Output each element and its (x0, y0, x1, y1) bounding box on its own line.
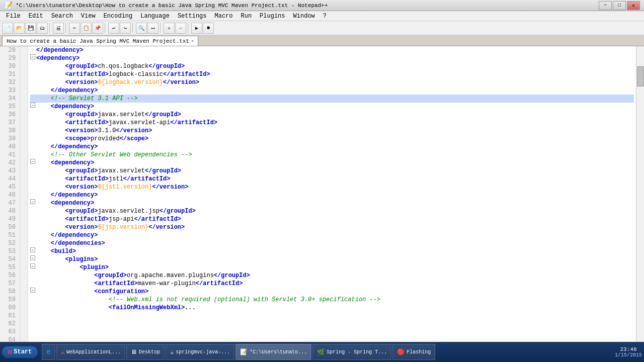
code-line-53: <artifactId>jsp-api</artifactId> (30, 215, 634, 223)
taskbar-webapp[interactable]: ☕ WebApplicationL... (56, 344, 125, 360)
taskbar-springmvc[interactable]: ☕ springmvc-java-... (166, 344, 234, 360)
taskbar-chrome[interactable]: 🔴 Flashing (392, 344, 435, 360)
code-line-41: <scope>provided</scope> (30, 135, 634, 143)
fold-margin (20, 46, 28, 351)
system-clock[interactable]: 23:46 1/15/2015 (615, 346, 642, 358)
minimize-button[interactable]: − (599, 1, 612, 10)
menu-language[interactable]: Language (136, 11, 174, 21)
code-line-51: − <dependency> (30, 199, 634, 207)
code-line-34: </dependency> (30, 86, 634, 95)
menu-macro[interactable]: Macro (210, 11, 236, 21)
code-line-62: <groupId>org.apache.maven.plugins</group… (30, 272, 634, 280)
tab-label: How to create a basic Java Spring MVC Ma… (7, 38, 189, 44)
title-bar: 📝 *C:\Users\tunatore\Desktop\How to crea… (0, 0, 644, 11)
code-line-39: <artifactId>javax.servlet-api</artifactI… (30, 119, 634, 127)
code-line-33: <version>${logback.version}</version> (30, 78, 634, 86)
code-line-61: − <plugin> (30, 263, 634, 272)
zoom-out-button[interactable]: － (175, 23, 186, 34)
maximize-button[interactable]: □ (613, 1, 626, 10)
code-line-30: −<dependency> (30, 54, 634, 62)
code-line-65: <!-- Web.xml is not required (optional) … (30, 296, 634, 304)
save-button[interactable]: 💾 (25, 23, 36, 34)
code-line-63: <artifactId>maven-war-plugin</artifactId… (30, 280, 634, 288)
toolbar: 📄 📂 💾 🗂 🖨 ✂ 📋 📌 ↩ ↪ 🔍 ⟷ ＋ － ▶ ■ (0, 21, 644, 35)
code-line-31: <groupId>ch.qos.logback</groupId> (30, 62, 634, 70)
menu-plugins[interactable]: Plugins (256, 11, 289, 21)
tab-bar: How to create a basic Java Spring MVC Ma… (0, 35, 644, 46)
editor[interactable]: 2829303132333435363738394041424344454647… (0, 46, 644, 351)
copy-button[interactable]: 📋 (80, 23, 92, 34)
code-line-45: − <dependency> (30, 159, 634, 167)
code-line-60: − <plugins> (30, 255, 634, 263)
new-button[interactable]: 📄 (2, 23, 13, 34)
taskbar: ⊞ Start e ☕ WebApplicationL... 🖥 Desktop… (0, 342, 644, 362)
code-line-37: − <dependency> (30, 103, 634, 111)
code-line-32: <artifactId>logback-classic</artifactId> (30, 70, 634, 78)
menu-settings[interactable]: Settings (174, 11, 211, 21)
menu-run[interactable]: Run (237, 11, 256, 21)
close-button[interactable]: ✕ (627, 1, 640, 10)
find-button[interactable]: 🔍 (136, 23, 147, 34)
code-line-47: <artifactId>jstl</artifactId> (30, 175, 634, 183)
taskbar-notepad[interactable]: 📝 *C:\Users\tunato... (235, 344, 311, 360)
line-numbers: 2829303132333435363738394041424344454647… (0, 46, 20, 351)
code-area[interactable]: </dependency>−<dependency> <groupId>ch.q… (28, 46, 636, 351)
zoom-in-button[interactable]: ＋ (164, 23, 175, 34)
editor-tab[interactable]: How to create a basic Java Spring MVC Ma… (2, 36, 198, 46)
code-line-64: − <configuration> (30, 288, 634, 296)
undo-button[interactable]: ↩ (108, 23, 119, 34)
code-line-44: <!-- Other Servlet Web dependencies --> (30, 151, 634, 159)
code-line-54: <version>${jsp.version}</version> (30, 223, 634, 231)
menu-window[interactable]: Window (289, 11, 319, 21)
menu-edit[interactable]: Edit (25, 11, 47, 21)
code-line-57: </dependencies> (30, 239, 634, 247)
code-line-36: <!-- Servlet 3.1 API --> (30, 95, 634, 103)
run-button[interactable]: ▶ (191, 23, 202, 34)
tab-close-button[interactable]: ✕ (191, 38, 194, 44)
code-line-40: <version>3.1.0</version> (30, 127, 634, 135)
code-line-55: </dependency> (30, 231, 634, 239)
start-button[interactable]: ⊞ Start (2, 346, 38, 358)
window-controls: − □ ✕ (599, 1, 640, 10)
replace-button[interactable]: ⟷ (147, 23, 158, 34)
menu-file[interactable]: File (2, 11, 25, 21)
window-title: *C:\Users\tunatore\Desktop\How to create… (16, 3, 328, 9)
code-line-52: <groupId>javax.servlet.jsp</groupId> (30, 207, 634, 215)
editor-container: 2829303132333435363738394041424344454647… (0, 46, 644, 351)
code-line-28: </dependency> (30, 46, 634, 54)
stop-button[interactable]: ■ (203, 23, 214, 34)
menu-bar: FileEditSearchViewEncodingLanguageSettin… (0, 11, 644, 21)
code-line-48: <version>${jstl.version}</version> (30, 183, 634, 191)
taskbar-right: 23:46 1/15/2015 (615, 346, 642, 358)
taskbar-desktop[interactable]: 🖥 Desktop (126, 344, 165, 360)
code-line-42: </dependency> (30, 143, 634, 151)
cut-button[interactable]: ✂ (69, 23, 80, 34)
redo-button[interactable]: ↪ (120, 23, 131, 34)
code-line-38: <groupId>javax.servlet</groupId> (30, 111, 634, 119)
paste-button[interactable]: 📌 (92, 23, 103, 34)
code-line-46: <groupId>javax.servlet</groupId> (30, 167, 634, 175)
code-line-49: </dependency> (30, 191, 634, 199)
open-button[interactable]: 📂 (14, 23, 25, 34)
vertical-scrollbar[interactable] (636, 46, 644, 351)
print-button[interactable]: 🖨 (53, 23, 64, 34)
menu-encoding[interactable]: Encoding (100, 11, 137, 21)
taskbar-spring[interactable]: 🌿 Spring - Spring T... (312, 344, 391, 360)
menu-view[interactable]: View (77, 11, 100, 21)
taskbar-ie[interactable]: e (42, 344, 55, 360)
code-line-59: − <build> (30, 247, 634, 255)
menu-[interactable]: ? (319, 11, 331, 21)
menu-search[interactable]: Search (47, 11, 77, 21)
save-all-button[interactable]: 🗂 (37, 23, 48, 34)
code-line-66: <failOnMissingWebXml>... (30, 304, 634, 312)
